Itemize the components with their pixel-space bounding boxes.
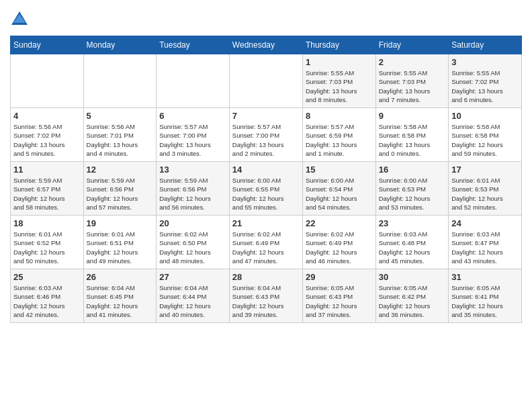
day-info: Sunrise: 6:03 AM Sunset: 6:48 PM Dayligh… (379, 230, 445, 265)
logo (10, 10, 31, 29)
day-info: Sunrise: 6:04 AM Sunset: 6:44 PM Dayligh… (159, 283, 226, 319)
day-number: 11 (13, 165, 81, 175)
day-info: Sunrise: 6:03 AM Sunset: 6:46 PM Dayligh… (13, 283, 81, 319)
calendar-cell: 18Sunrise: 6:01 AM Sunset: 6:52 PM Dayli… (11, 216, 84, 269)
calendar-cell: 21Sunrise: 6:02 AM Sunset: 6:49 PM Dayli… (229, 216, 302, 269)
day-info: Sunrise: 6:00 AM Sunset: 6:53 PM Dayligh… (379, 176, 445, 212)
day-info: Sunrise: 5:55 AM Sunset: 7:03 PM Dayligh… (379, 68, 445, 104)
day-number: 28 (232, 272, 300, 282)
weekday-header-saturday: Saturday (449, 36, 522, 54)
calendar-cell: 29Sunrise: 6:05 AM Sunset: 6:43 PM Dayli… (302, 269, 375, 323)
calendar-table: SundayMondayTuesdayWednesdayThursdayFrid… (10, 36, 522, 323)
calendar-cell: 19Sunrise: 6:01 AM Sunset: 6:51 PM Dayli… (83, 216, 157, 269)
day-info: Sunrise: 5:56 AM Sunset: 7:01 PM Dayligh… (87, 122, 154, 158)
day-info: Sunrise: 5:55 AM Sunset: 7:03 PM Dayligh… (306, 68, 373, 104)
calendar-cell: 9Sunrise: 5:58 AM Sunset: 6:58 PM Daylig… (375, 108, 448, 162)
day-info: Sunrise: 5:59 AM Sunset: 6:57 PM Dayligh… (13, 176, 81, 212)
calendar-cell (83, 54, 157, 108)
calendar-cell: 23Sunrise: 6:03 AM Sunset: 6:48 PM Dayli… (375, 216, 448, 269)
day-number: 23 (379, 218, 445, 228)
calendar-week-2: 4Sunrise: 5:56 AM Sunset: 7:02 PM Daylig… (11, 108, 522, 162)
calendar-cell: 30Sunrise: 6:05 AM Sunset: 6:42 PM Dayli… (375, 269, 448, 323)
day-number: 4 (13, 111, 81, 121)
calendar-cell: 13Sunrise: 5:59 AM Sunset: 6:56 PM Dayli… (157, 162, 230, 216)
day-number: 3 (451, 57, 519, 67)
calendar-week-1: 1Sunrise: 5:55 AM Sunset: 7:03 PM Daylig… (11, 54, 522, 108)
day-number: 29 (306, 272, 373, 282)
calendar-cell: 11Sunrise: 5:59 AM Sunset: 6:57 PM Dayli… (11, 162, 84, 216)
calendar-cell: 10Sunrise: 5:58 AM Sunset: 6:58 PM Dayli… (449, 108, 522, 162)
day-number: 7 (232, 111, 300, 121)
logo-icon (10, 10, 29, 29)
calendar-cell: 26Sunrise: 6:04 AM Sunset: 6:45 PM Dayli… (83, 269, 157, 323)
day-info: Sunrise: 5:57 AM Sunset: 7:00 PM Dayligh… (159, 122, 226, 158)
calendar-cell (11, 54, 84, 108)
day-number: 6 (159, 111, 226, 121)
day-number: 2 (379, 57, 445, 67)
day-number: 25 (13, 272, 81, 282)
day-number: 18 (13, 218, 81, 228)
day-number: 20 (159, 218, 226, 228)
day-info: Sunrise: 6:05 AM Sunset: 6:41 PM Dayligh… (451, 283, 519, 319)
weekday-header-row: SundayMondayTuesdayWednesdayThursdayFrid… (11, 36, 522, 54)
day-info: Sunrise: 6:04 AM Sunset: 6:45 PM Dayligh… (87, 283, 154, 319)
day-number: 17 (451, 165, 519, 175)
day-number: 16 (379, 165, 445, 175)
day-info: Sunrise: 5:59 AM Sunset: 6:56 PM Dayligh… (87, 176, 154, 212)
calendar-cell: 20Sunrise: 6:02 AM Sunset: 6:50 PM Dayli… (157, 216, 230, 269)
calendar-cell: 25Sunrise: 6:03 AM Sunset: 6:46 PM Dayli… (11, 269, 84, 323)
svg-marker-1 (13, 14, 26, 24)
calendar-cell: 4Sunrise: 5:56 AM Sunset: 7:02 PM Daylig… (11, 108, 84, 162)
day-number: 12 (87, 165, 154, 175)
calendar-cell: 17Sunrise: 6:01 AM Sunset: 6:53 PM Dayli… (449, 162, 522, 216)
calendar-cell: 27Sunrise: 6:04 AM Sunset: 6:44 PM Dayli… (157, 269, 230, 323)
weekday-header-friday: Friday (375, 36, 448, 54)
day-info: Sunrise: 5:56 AM Sunset: 7:02 PM Dayligh… (13, 122, 81, 158)
calendar-cell: 3Sunrise: 5:55 AM Sunset: 7:02 PM Daylig… (449, 54, 522, 108)
day-info: Sunrise: 6:05 AM Sunset: 6:42 PM Dayligh… (379, 283, 445, 319)
day-number: 5 (87, 111, 154, 121)
day-info: Sunrise: 6:02 AM Sunset: 6:49 PM Dayligh… (232, 230, 300, 265)
day-number: 24 (451, 218, 519, 228)
day-number: 13 (159, 165, 226, 175)
calendar-cell: 14Sunrise: 6:00 AM Sunset: 6:55 PM Dayli… (229, 162, 302, 216)
day-info: Sunrise: 6:01 AM Sunset: 6:51 PM Dayligh… (87, 230, 154, 265)
weekday-header-wednesday: Wednesday (229, 36, 302, 54)
day-info: Sunrise: 5:55 AM Sunset: 7:02 PM Dayligh… (451, 68, 519, 104)
day-info: Sunrise: 5:57 AM Sunset: 7:00 PM Dayligh… (232, 122, 300, 158)
day-info: Sunrise: 6:02 AM Sunset: 6:50 PM Dayligh… (159, 230, 226, 265)
calendar-cell: 6Sunrise: 5:57 AM Sunset: 7:00 PM Daylig… (157, 108, 230, 162)
day-number: 30 (379, 272, 445, 282)
weekday-header-tuesday: Tuesday (157, 36, 230, 54)
day-number: 1 (306, 57, 373, 67)
calendar-cell: 28Sunrise: 6:04 AM Sunset: 6:43 PM Dayli… (229, 269, 302, 323)
day-info: Sunrise: 5:58 AM Sunset: 6:58 PM Dayligh… (379, 122, 445, 158)
day-info: Sunrise: 5:58 AM Sunset: 6:58 PM Dayligh… (451, 122, 519, 158)
calendar-cell: 2Sunrise: 5:55 AM Sunset: 7:03 PM Daylig… (375, 54, 448, 108)
weekday-header-monday: Monday (83, 36, 157, 54)
day-number: 9 (379, 111, 445, 121)
day-number: 15 (306, 165, 373, 175)
day-info: Sunrise: 6:00 AM Sunset: 6:54 PM Dayligh… (306, 176, 373, 212)
calendar-cell: 24Sunrise: 6:03 AM Sunset: 6:47 PM Dayli… (449, 216, 522, 269)
day-info: Sunrise: 6:00 AM Sunset: 6:55 PM Dayligh… (232, 176, 300, 212)
day-info: Sunrise: 6:01 AM Sunset: 6:52 PM Dayligh… (13, 230, 81, 265)
day-info: Sunrise: 5:57 AM Sunset: 6:59 PM Dayligh… (306, 122, 373, 158)
day-number: 26 (87, 272, 154, 282)
calendar-cell: 15Sunrise: 6:00 AM Sunset: 6:54 PM Dayli… (302, 162, 375, 216)
day-number: 10 (451, 111, 519, 121)
calendar-cell (229, 54, 302, 108)
day-info: Sunrise: 5:59 AM Sunset: 6:56 PM Dayligh… (159, 176, 226, 212)
calendar-week-5: 25Sunrise: 6:03 AM Sunset: 6:46 PM Dayli… (11, 269, 522, 323)
day-info: Sunrise: 6:03 AM Sunset: 6:47 PM Dayligh… (451, 230, 519, 265)
calendar-cell: 7Sunrise: 5:57 AM Sunset: 7:00 PM Daylig… (229, 108, 302, 162)
weekday-header-thursday: Thursday (302, 36, 375, 54)
day-number: 8 (306, 111, 373, 121)
day-info: Sunrise: 6:02 AM Sunset: 6:49 PM Dayligh… (306, 230, 373, 265)
calendar-week-4: 18Sunrise: 6:01 AM Sunset: 6:52 PM Dayli… (11, 216, 522, 269)
calendar-cell: 1Sunrise: 5:55 AM Sunset: 7:03 PM Daylig… (302, 54, 375, 108)
calendar-cell: 16Sunrise: 6:00 AM Sunset: 6:53 PM Dayli… (375, 162, 448, 216)
page-header (10, 10, 522, 29)
day-info: Sunrise: 6:05 AM Sunset: 6:43 PM Dayligh… (306, 283, 373, 319)
weekday-header-sunday: Sunday (11, 36, 84, 54)
